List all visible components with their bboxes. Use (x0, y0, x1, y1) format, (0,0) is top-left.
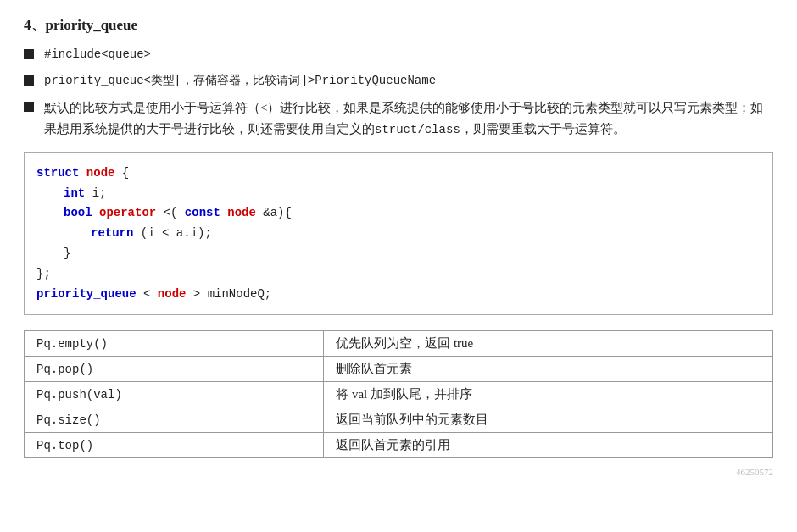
kw-bool: bool (64, 206, 92, 219)
bullet-icon (24, 49, 34, 59)
code-line-6: }; (36, 264, 757, 285)
api-desc: 删除队首元素 (324, 357, 773, 382)
table-row: Pq.push(val)将 val 加到队尾，并排序 (25, 382, 773, 407)
section-title: 4、priority_queue (24, 15, 773, 35)
bullet-text-1: #include<queue> (44, 45, 151, 65)
kw-const: const (185, 206, 220, 219)
bullet-icon (24, 75, 34, 86)
table-row: Pq.size()返回当前队列中的元素数目 (25, 407, 773, 433)
api-desc: 返回队首元素的引用 (324, 433, 773, 458)
bullet-code: struct/class (375, 123, 460, 136)
api-method: Pq.size() (25, 407, 324, 433)
api-desc: 返回当前队列中的元素数目 (324, 407, 773, 433)
code-block: struct node { int i; bool operator <( co… (24, 152, 773, 316)
table-row: Pq.empty()优先队列为空，返回 true (25, 331, 773, 357)
code-line-4: return (i < a.i); (91, 224, 757, 244)
list-item: 默认的比较方式是使用小于号运算符（<）进行比较，如果是系统提供的能够使用小于号比… (24, 97, 773, 141)
api-method: Pq.push(val) (25, 382, 324, 407)
api-desc: 优先队列为空，返回 true (324, 331, 773, 357)
kw-node: node (86, 166, 115, 180)
api-desc: 将 val 加到队尾，并排序 (324, 382, 773, 407)
list-item: priority_queue<类型[，存储容器，比较谓词]>PriorityQu… (24, 71, 773, 91)
table-row: Pq.pop()删除队首元素 (25, 357, 773, 382)
code-line-3: bool operator <( const node &a){ (64, 203, 757, 224)
api-method: Pq.pop() (25, 357, 324, 382)
code-line-2: int i; (64, 184, 757, 204)
bullet-text-3: 默认的比较方式是使用小于号运算符（<）进行比较，如果是系统提供的能够使用小于号比… (44, 97, 773, 141)
kw-operator: operator (99, 206, 156, 219)
bullet-list: #include<queue> priority_queue<类型[，存储容器，… (24, 45, 773, 141)
api-method: Pq.top() (25, 433, 324, 458)
code-line-7: priority_queue < node > minNodeQ; (36, 285, 757, 305)
code-line-5: } (64, 244, 757, 264)
bullet-text-3-end: ，则需要重载大于号运算符。 (460, 122, 626, 136)
bullet-icon (24, 102, 34, 112)
kw-return: return (91, 226, 133, 240)
code-line-1: struct node { (36, 163, 757, 184)
watermark: 46250572 (24, 467, 773, 477)
kw-pq: priority_queue (36, 287, 137, 301)
api-table: Pq.empty()优先队列为空，返回 truePq.pop()删除队首元素Pq… (24, 330, 773, 458)
kw-struct: struct (36, 166, 79, 180)
kw-int: int (64, 186, 85, 200)
table-row: Pq.top()返回队首元素的引用 (25, 433, 773, 458)
kw-node3: node (158, 287, 187, 301)
kw-node2: node (227, 206, 256, 219)
api-method: Pq.empty() (25, 331, 324, 357)
bullet-text-2: priority_queue<类型[，存储容器，比较谓词]>PriorityQu… (44, 71, 436, 91)
list-item: #include<queue> (24, 45, 773, 65)
